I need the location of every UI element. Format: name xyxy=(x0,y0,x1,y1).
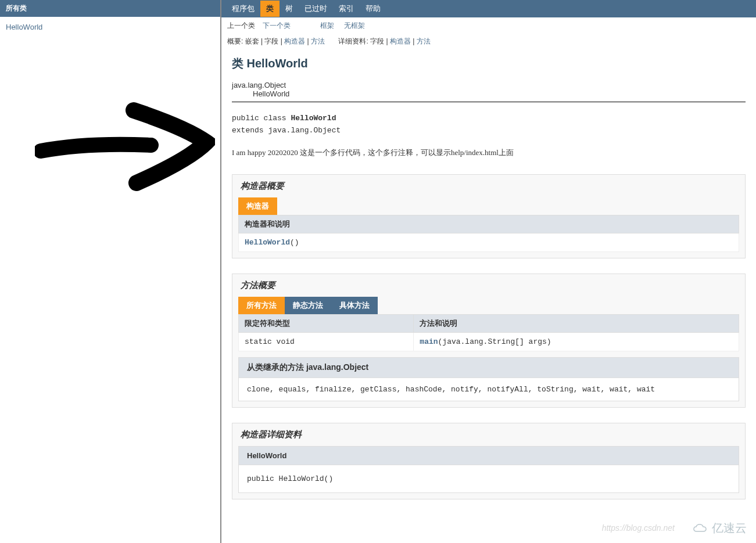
nav-index[interactable]: 索引 xyxy=(333,1,360,17)
inherit-self: HelloWorld xyxy=(232,89,746,98)
nav-help[interactable]: 帮助 xyxy=(360,1,386,17)
nav-deprecated[interactable]: 已过时 xyxy=(299,1,333,17)
summary-constr-link[interactable]: 构造器 xyxy=(284,37,305,45)
method-th-modifier: 限定符和类型 xyxy=(239,314,414,332)
top-nav: 程序包 类 树 已过时 索引 帮助 xyxy=(221,0,756,17)
tab-all-methods[interactable]: 所有方法 xyxy=(238,297,285,314)
inheritance-tree: java.lang.Object HelloWorld xyxy=(232,81,746,98)
watermark-url: https://blog.csdn.net xyxy=(602,523,675,533)
inherit-object: java.lang.Object xyxy=(232,81,746,89)
method-th-desc: 方法和说明 xyxy=(414,314,739,332)
detail-method-link[interactable]: 方法 xyxy=(417,37,431,45)
constructor-summary-block: 构造器概要 构造器 构造器和说明 HelloWorld() xyxy=(232,174,746,258)
next-class-link[interactable]: 下一个类 xyxy=(263,21,291,30)
detail-field: 字段 xyxy=(370,37,384,45)
constructor-table: 构造器和说明 HelloWorld() xyxy=(238,215,739,252)
constructor-detail-block: 构造器详细资料 HelloWorld public HelloWorld() xyxy=(232,423,746,499)
annotation-arrow xyxy=(35,99,215,192)
tab-static-methods[interactable]: 静态方法 xyxy=(285,297,331,314)
prev-class: 上一个类 xyxy=(227,21,255,30)
constructor-link[interactable]: HelloWorld xyxy=(245,238,290,247)
constructor-detail-name: HelloWorld xyxy=(238,446,739,465)
frames-link[interactable]: 框架 xyxy=(320,21,334,30)
detail-constr-link[interactable]: 构造器 xyxy=(390,37,411,45)
all-classes-header: 所有类 xyxy=(0,0,220,17)
watermark-brand: 亿速云 xyxy=(692,520,747,536)
summary-line: 概要: 嵌套 | 字段 | 构造器 | 方法 详细资料: 字段 | 构造器 | … xyxy=(221,34,756,49)
method-table: 限定符和类型 方法和说明 static void main(java.lang.… xyxy=(238,314,739,351)
method-link-main[interactable]: main xyxy=(420,337,438,346)
inherited-methods-list: clone, equals, finalize, getClass, hashC… xyxy=(238,377,739,401)
page-title: 类 HelloWorld xyxy=(232,56,746,71)
class-description: I am happy 20202020 这是一个多行代码，这个多行注释，可以显示… xyxy=(232,148,746,158)
method-summary-block: 方法概要 所有方法静态方法具体方法 限定符和类型 方法和说明 static vo… xyxy=(232,274,746,408)
constructor-detail-sig: public HelloWorld() xyxy=(238,465,739,493)
method-modifier: static void xyxy=(239,332,414,351)
tab-constructors: 构造器 xyxy=(238,197,277,215)
constructor-th: 构造器和说明 xyxy=(239,215,739,233)
inherited-methods-header: 从类继承的方法 java.lang.Object xyxy=(238,357,739,377)
nav-class[interactable]: 类 xyxy=(260,1,280,17)
nav-tree[interactable]: 树 xyxy=(280,1,299,17)
table-row: static void main(java.lang.String[] args… xyxy=(239,332,739,351)
constructor-detail-title: 构造器详细资料 xyxy=(232,423,745,446)
detail-label: 详细资料: xyxy=(338,37,368,45)
left-panel: 所有类 HelloWorld xyxy=(0,0,221,543)
nav-package[interactable]: 程序包 xyxy=(226,1,260,17)
class-link-helloworld[interactable]: HelloWorld xyxy=(6,23,42,31)
summary-method-link[interactable]: 方法 xyxy=(311,37,325,45)
table-row: HelloWorld() xyxy=(239,233,739,251)
method-summary-title: 方法概要 xyxy=(232,274,745,297)
summary-field: 字段 xyxy=(264,37,278,45)
cloud-icon xyxy=(692,523,708,534)
noframes-link[interactable]: 无框架 xyxy=(344,21,365,30)
divider xyxy=(232,102,746,102)
class-declaration: public class HelloWorld extends java.lan… xyxy=(232,113,746,137)
summary-nested: 嵌套 xyxy=(245,37,259,45)
sub-nav: 上一个类 下一个类 框架 无框架 xyxy=(221,17,756,34)
summary-label: 概要: xyxy=(227,37,243,45)
constructor-summary-title: 构造器概要 xyxy=(232,175,745,197)
tab-concrete-methods[interactable]: 具体方法 xyxy=(331,297,378,314)
right-panel: 程序包 类 树 已过时 索引 帮助 上一个类 下一个类 框架 无框架 概要: 嵌… xyxy=(221,0,756,543)
